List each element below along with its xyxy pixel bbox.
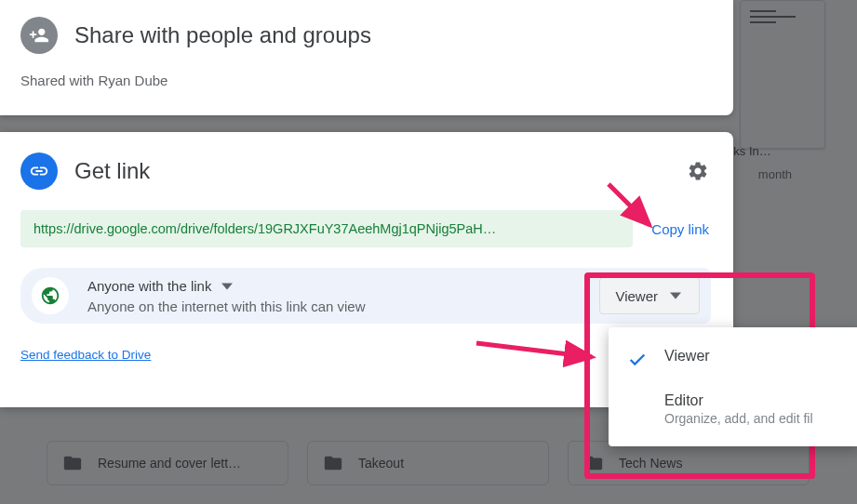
link-access-row: Anyone with the link Anyone on the inter… (20, 268, 711, 324)
role-option-description: Organize, add, and edit fil (664, 411, 841, 426)
access-scope-description: Anyone on the internet with this link ca… (87, 298, 581, 314)
globe-icon (32, 277, 69, 314)
role-dropdown-menu: Viewer Editor Organize, add, and edit fi… (609, 327, 857, 446)
role-option-viewer[interactable]: Viewer (609, 337, 857, 381)
chevron-down-icon (219, 278, 235, 295)
role-dropdown-button[interactable]: Viewer (599, 277, 700, 314)
role-option-label: Editor (664, 392, 841, 409)
share-shared-with: Shared with Ryan Dube (20, 73, 711, 88)
link-icon (20, 153, 58, 190)
send-feedback-link[interactable]: Send feedback to Drive (20, 348, 151, 362)
share-title: Share with people and groups (74, 22, 371, 48)
access-scope-dropdown[interactable]: Anyone with the link (87, 278, 581, 295)
share-people-icon (20, 17, 58, 54)
role-option-label: Viewer (664, 348, 841, 365)
gear-icon (687, 160, 709, 182)
share-panel: Share with people and groups Shared with… (0, 0, 733, 115)
check-icon (625, 348, 649, 370)
chevron-down-icon (667, 287, 684, 304)
copy-link-button[interactable]: Copy link (649, 218, 711, 241)
get-link-title: Get link (74, 158, 668, 184)
share-url-field[interactable]: https://drive.google.com/drive/folders/1… (20, 210, 633, 247)
link-settings-button[interactable] (685, 158, 711, 184)
role-selected-label: Viewer (615, 288, 658, 304)
role-option-editor[interactable]: Editor Organize, add, and edit fil (609, 381, 857, 437)
check-placeholder (625, 392, 649, 394)
access-scope-label: Anyone with the link (87, 278, 211, 294)
